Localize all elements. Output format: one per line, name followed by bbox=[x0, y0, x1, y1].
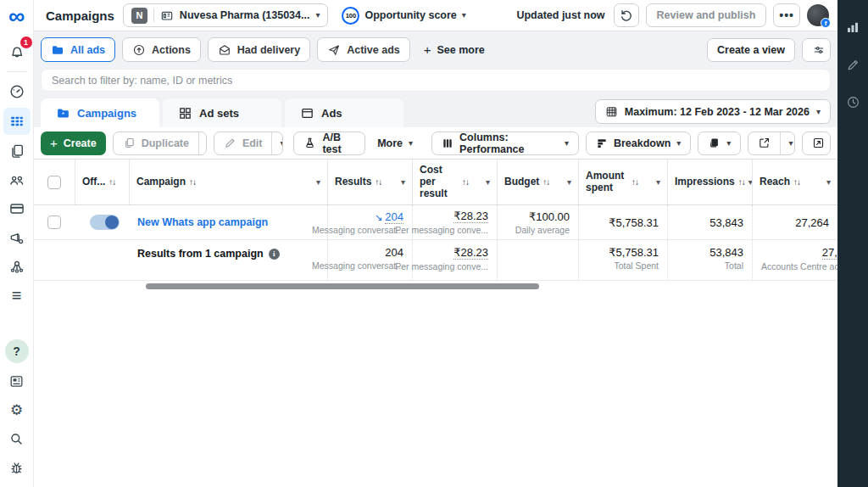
date-range-picker[interactable]: Maximum: 12 Feb 2023 - 12 Mar 2026 ▾ bbox=[595, 99, 831, 124]
horizontal-scrollbar-thumb[interactable] bbox=[146, 283, 539, 289]
export-dropdown-button[interactable]: ▾ bbox=[780, 132, 795, 154]
filter-chip-actions[interactable]: Actions bbox=[122, 37, 201, 62]
row-impressions-cell: 53,843 bbox=[667, 205, 752, 239]
calendar-icon bbox=[605, 105, 618, 118]
summary-impressions-value: 53,843 bbox=[709, 246, 743, 259]
sidebar-item-pages[interactable] bbox=[3, 138, 31, 164]
divider bbox=[153, 8, 154, 22]
opportunity-score-label: Opportunity score bbox=[364, 9, 456, 21]
row-reach-cell: 27,264 bbox=[752, 205, 837, 239]
sidebar-item-business-assets[interactable] bbox=[3, 254, 31, 279]
column-header-off[interactable]: Off... ↑↓ bbox=[75, 160, 129, 204]
charts-button[interactable] bbox=[802, 132, 831, 155]
help-button[interactable]: ? bbox=[5, 339, 29, 363]
summary-cost-value[interactable]: ₹28.23 bbox=[453, 246, 488, 260]
column-label: Results bbox=[335, 176, 371, 188]
info-icon[interactable]: i bbox=[269, 249, 280, 260]
columns-button[interactable]: Columns: Performance ▾ bbox=[431, 132, 579, 155]
column-label: Campaign bbox=[136, 176, 186, 188]
folder-icon bbox=[56, 106, 70, 120]
updates-button[interactable] bbox=[3, 368, 31, 394]
view-settings-button[interactable] bbox=[802, 38, 831, 62]
campaign-name-link[interactable]: New Whats app campaign bbox=[137, 216, 319, 228]
search-button[interactable] bbox=[3, 426, 31, 451]
edit-dropdown-button[interactable]: ▾ bbox=[271, 132, 283, 154]
column-header-impressions[interactable]: Impressions ↑↓ ▾ bbox=[667, 160, 752, 204]
refresh-button[interactable] bbox=[614, 3, 639, 27]
results-value[interactable]: 204 bbox=[385, 210, 403, 224]
column-menu-icon[interactable]: ▾ bbox=[567, 178, 571, 187]
campaign-row: New Whats app campaign ↘204 Messaging co… bbox=[34, 205, 837, 240]
people-icon bbox=[8, 171, 25, 188]
column-menu-icon[interactable]: ▾ bbox=[486, 178, 490, 187]
filter-chip-active-ads[interactable]: Active ads bbox=[317, 37, 410, 62]
campaign-status-toggle[interactable] bbox=[90, 215, 120, 230]
history-button[interactable] bbox=[841, 90, 865, 114]
search-input[interactable] bbox=[41, 69, 831, 92]
chevron-down-icon: ▾ bbox=[565, 139, 569, 148]
duplicate-icon bbox=[123, 137, 136, 149]
row-checkbox[interactable] bbox=[47, 216, 61, 229]
tab-campaigns[interactable]: Campaigns bbox=[41, 98, 159, 127]
create-a-view-button[interactable]: Create a view bbox=[707, 38, 795, 62]
select-all-checkbox[interactable] bbox=[47, 176, 61, 189]
tab-ads[interactable]: Ads bbox=[285, 98, 403, 127]
amount-spent-value: ₹5,758.31 bbox=[609, 216, 659, 229]
column-label: Impressions bbox=[675, 176, 735, 188]
review-and-publish-button[interactable]: Review and publish bbox=[646, 3, 767, 27]
account-selector[interactable]: N Nuvesa Pharma (135034... ▾ bbox=[123, 3, 329, 27]
duplicate-button[interactable]: Duplicate bbox=[114, 132, 198, 154]
tab-ad-sets[interactable]: Ad sets bbox=[163, 98, 281, 127]
column-header-results[interactable]: Results ↑↓ ▾ bbox=[327, 160, 412, 204]
insights-button[interactable] bbox=[841, 15, 865, 39]
duplicate-split-button: Duplicate ▾ bbox=[113, 132, 207, 155]
export-split-button: ▾ bbox=[748, 132, 795, 155]
column-header-reach[interactable]: Reach ↑↓ ▾ bbox=[752, 160, 837, 204]
column-menu-icon[interactable]: ▾ bbox=[656, 178, 660, 187]
notifications-button[interactable]: 1 bbox=[3, 39, 31, 64]
edit-panel-button[interactable] bbox=[841, 53, 865, 76]
column-menu-icon[interactable]: ▾ bbox=[401, 178, 405, 187]
duplicate-dropdown-button[interactable]: ▾ bbox=[198, 132, 207, 154]
opportunity-score[interactable]: 100 Opportunity score ▾ bbox=[342, 7, 465, 25]
create-a-view-label: Create a view bbox=[717, 44, 785, 56]
row-budget-cell: ₹100.00 Daily average bbox=[497, 205, 578, 239]
column-header-cost-per-result[interactable]: Cost per result ↑↓ ▾ bbox=[412, 160, 497, 204]
sidebar-item-billing[interactable] bbox=[3, 196, 31, 221]
settings-button[interactable]: ⚙ bbox=[3, 397, 31, 423]
column-header-campaign[interactable]: Campaign ↑↓ ▾ bbox=[129, 160, 327, 204]
sidebar-item-all-tools[interactable]: ≡ bbox=[3, 283, 31, 308]
ab-test-button[interactable]: A/B test bbox=[293, 132, 365, 155]
row-campaign-cell: New Whats app campaign bbox=[129, 205, 327, 239]
filter-chip-had-delivery[interactable]: Had delivery bbox=[208, 37, 310, 62]
see-more-filters[interactable]: + See more bbox=[417, 42, 492, 57]
chevron-down-icon: ▾ bbox=[315, 11, 320, 20]
more-options-button[interactable]: ••• bbox=[773, 3, 800, 27]
account-avatar: N bbox=[131, 8, 147, 24]
column-header-budget[interactable]: Budget ↑↓ ▾ bbox=[497, 160, 578, 204]
export-button[interactable] bbox=[748, 132, 780, 154]
filter-chip-label: Active ads bbox=[347, 44, 400, 56]
column-header-amount-spent[interactable]: Amount spent ↑↓ ▾ bbox=[578, 160, 667, 204]
cost-per-result-value[interactable]: ₹28.23 bbox=[453, 210, 488, 223]
edit-button[interactable]: Edit bbox=[214, 132, 272, 154]
report-bug-button[interactable] bbox=[3, 455, 31, 480]
newspaper-icon bbox=[8, 373, 25, 389]
sidebar-item-ads-settings[interactable] bbox=[3, 225, 31, 250]
sidebar-item-audiences[interactable] bbox=[3, 167, 31, 193]
column-menu-icon[interactable]: ▾ bbox=[316, 178, 320, 187]
filter-chip-label: Actions bbox=[152, 44, 191, 56]
chevron-down-icon: ▾ bbox=[676, 139, 681, 148]
meta-logo-icon[interactable]: ∞ bbox=[8, 5, 25, 27]
filter-chip-all-ads[interactable]: All ads bbox=[41, 37, 115, 62]
sidebar-item-ads-manager[interactable] bbox=[3, 108, 31, 135]
reports-button[interactable]: ▾ bbox=[698, 132, 741, 155]
more-button[interactable]: More ▾ bbox=[372, 137, 418, 149]
chevron-down-icon: ▾ bbox=[816, 108, 821, 116]
column-menu-icon[interactable]: ▾ bbox=[826, 178, 831, 187]
tab-label: Ad sets bbox=[199, 107, 239, 120]
breakdown-button[interactable]: Breakdown ▾ bbox=[586, 132, 691, 155]
create-button[interactable]: + Create bbox=[41, 132, 106, 155]
user-avatar[interactable]: f bbox=[807, 4, 829, 26]
sidebar-item-account-overview[interactable] bbox=[3, 79, 31, 104]
